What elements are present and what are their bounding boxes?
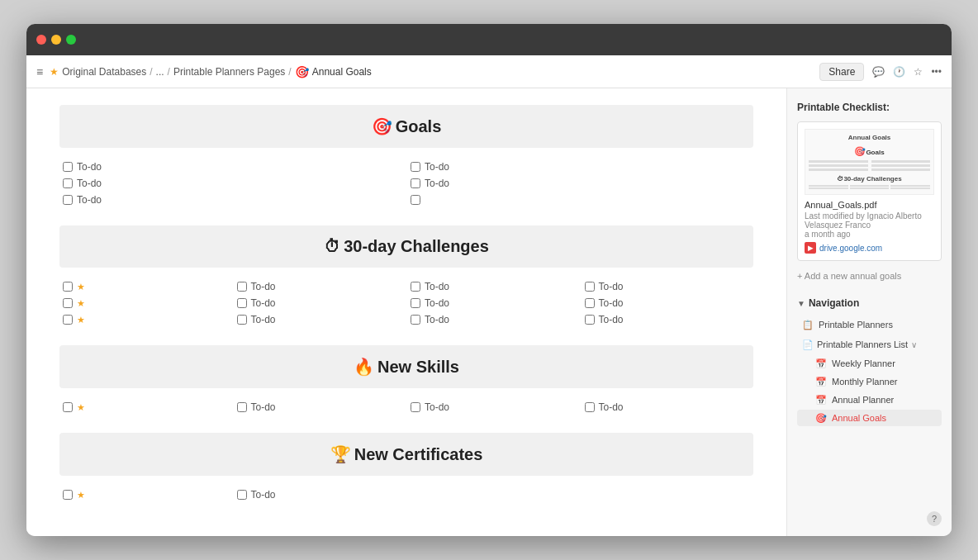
- header-actions: Share 💬 🕐 ☆ •••: [819, 63, 942, 81]
- more-icon[interactable]: •••: [931, 66, 942, 78]
- star-rating-icon: ★: [77, 402, 85, 413]
- chevron-down-icon: ∨: [911, 340, 917, 349]
- todo-checkbox[interactable]: [63, 282, 73, 292]
- challenges-section-header: ⏱30-day Challenges: [59, 225, 753, 268]
- todo-checkbox[interactable]: [63, 315, 73, 325]
- sidebar-item-planners-list[interactable]: 📄 Printable Planners List ∨: [797, 335, 942, 354]
- sidebar: Printable Checklist: Annual Goals 🎯Goals: [786, 88, 952, 536]
- pdf-drive-link[interactable]: ▶ drive.google.com: [805, 242, 934, 254]
- list-item: To-do: [237, 297, 403, 309]
- todo-checkbox[interactable]: [63, 402, 73, 412]
- pdf-modified: Last modified by Ignacio Alberto Velasqu…: [805, 211, 934, 239]
- star-rating-icon: ★: [77, 490, 85, 501]
- breadcrumb-planners[interactable]: Printable Planners Pages: [173, 66, 285, 78]
- sidebar-item-printable-planners[interactable]: 📋 Printable Planners: [797, 316, 942, 334]
- sidebar-item-monthly-planner[interactable]: 📅 Monthly Planner: [797, 373, 942, 390]
- certificates-grid: ★ To-do: [59, 489, 753, 501]
- browser-bar: ≡ ★ Original Databases / ... / Printable…: [26, 55, 952, 88]
- navigation-title: ▼ Navigation: [797, 297, 942, 309]
- list-item: To-do: [237, 489, 403, 501]
- list-item: ★: [63, 489, 229, 501]
- list-item: To-do: [237, 281, 403, 292]
- list-item: To-do: [585, 314, 751, 325]
- todo-checkbox[interactable]: [411, 298, 420, 308]
- list-item: To-do: [237, 401, 403, 413]
- list-item: To-do: [585, 401, 751, 413]
- pdf-filename[interactable]: Annual_Goals.pdf: [805, 200, 934, 210]
- hamburger-icon[interactable]: ≡: [36, 65, 43, 78]
- nav-triangle-icon: ▼: [797, 299, 805, 308]
- annual-goals-icon: 🎯: [815, 412, 827, 424]
- todo-checkbox[interactable]: [237, 315, 247, 325]
- todo-checkbox[interactable]: [411, 162, 420, 172]
- sidebar-item-weekly-planner[interactable]: 📅 Weekly Planner: [797, 355, 942, 372]
- todo-checkbox[interactable]: [411, 282, 420, 292]
- list-item: To-do: [63, 194, 402, 206]
- fire-icon: 🔥: [354, 358, 374, 376]
- timer-icon: ⏱: [324, 237, 340, 255]
- add-annual-goals-link[interactable]: + Add a new annual goals: [797, 268, 942, 284]
- todo-checkbox[interactable]: [63, 298, 73, 308]
- comment-icon[interactable]: 💬: [872, 66, 885, 78]
- pdf-preview: Annual Goals 🎯Goals: [797, 121, 942, 261]
- breadcrumb: ★ Original Databases / ... / Printable P…: [50, 65, 813, 78]
- list-item: [585, 489, 751, 501]
- list-item: To-do: [237, 314, 403, 325]
- skills-grid: ★ To-do To-do To-do: [59, 401, 753, 413]
- skills-section-header: 🔥New Skills: [59, 345, 753, 388]
- list-item: To-do: [411, 281, 577, 292]
- list-item: ★: [63, 314, 229, 325]
- planners-list-icon: 📄: [802, 339, 814, 350]
- todo-checkbox[interactable]: [63, 195, 73, 205]
- clock-icon[interactable]: 🕐: [893, 66, 905, 78]
- fullscreen-button[interactable]: [66, 35, 76, 45]
- star-rating-icon: ★: [77, 282, 85, 292]
- share-button[interactable]: Share: [819, 63, 864, 81]
- monthly-planner-icon: 📅: [815, 376, 827, 387]
- weekly-planner-icon: 📅: [815, 358, 827, 369]
- list-item: ★: [63, 401, 229, 413]
- sidebar-item-annual-goals[interactable]: 🎯 Annual Goals: [797, 410, 942, 426]
- todo-checkbox[interactable]: [411, 195, 420, 205]
- list-item: To-do: [411, 297, 577, 309]
- breadcrumb-sep3: /: [288, 66, 291, 78]
- todo-checkbox[interactable]: [411, 178, 420, 188]
- trophy-icon: 🏆: [330, 445, 351, 463]
- help-button[interactable]: ?: [927, 511, 942, 526]
- star-rating-icon: ★: [77, 315, 85, 325]
- star-header-icon[interactable]: ☆: [914, 66, 923, 78]
- list-item: [411, 489, 577, 501]
- titlebar: [26, 24, 952, 55]
- traffic-lights: [36, 35, 76, 45]
- breadcrumb-db[interactable]: Original Databases: [62, 66, 146, 78]
- todo-checkbox[interactable]: [63, 490, 73, 500]
- todo-checkbox[interactable]: [237, 298, 247, 308]
- main-area: 🎯Goals To-do To-do To-do To-do: [26, 88, 952, 536]
- annual-planner-icon: 📅: [815, 394, 827, 406]
- breadcrumb-sep2: /: [168, 66, 170, 78]
- todo-checkbox[interactable]: [63, 178, 73, 188]
- todo-checkbox[interactable]: [411, 402, 420, 412]
- breadcrumb-ellipsis[interactable]: ...: [156, 66, 164, 78]
- todo-checkbox[interactable]: [585, 315, 595, 325]
- sidebar-item-annual-planner[interactable]: 📅 Annual Planner: [797, 392, 942, 408]
- checklist-label: Printable Checklist:: [797, 102, 942, 113]
- todo-checkbox[interactable]: [237, 490, 247, 500]
- list-item: To-do: [585, 297, 751, 309]
- pdf-thumbnail: Annual Goals 🎯Goals: [805, 129, 934, 195]
- todo-checkbox[interactable]: [237, 282, 247, 292]
- todo-checkbox[interactable]: [585, 282, 595, 292]
- list-item: To-do: [411, 161, 750, 173]
- todo-checkbox[interactable]: [63, 162, 73, 172]
- star-rating-icon: ★: [77, 298, 85, 309]
- minimize-button[interactable]: [51, 35, 61, 45]
- todo-checkbox[interactable]: [585, 402, 595, 412]
- todo-checkbox[interactable]: [411, 315, 420, 325]
- list-item: To-do: [411, 178, 750, 189]
- close-button[interactable]: [36, 35, 46, 45]
- list-item: To-do: [585, 281, 751, 292]
- todo-checkbox[interactable]: [585, 298, 595, 308]
- challenges-grid: ★ To-do To-do To-do ★: [59, 281, 753, 325]
- todo-checkbox[interactable]: [237, 402, 247, 412]
- goals-icon: 🎯: [372, 117, 392, 135]
